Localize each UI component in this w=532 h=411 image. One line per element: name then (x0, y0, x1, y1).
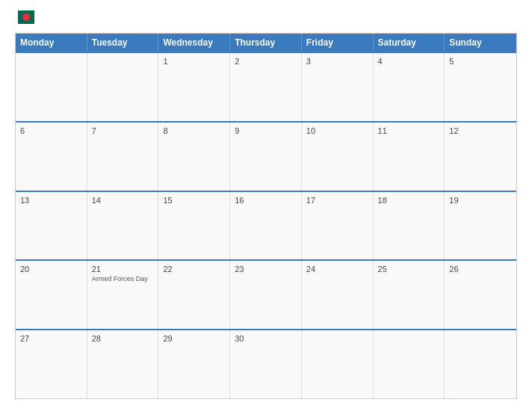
cal-cell (87, 53, 159, 121)
cal-cell: 21Armed Forces Day (87, 261, 159, 329)
week-row-4: 2021Armed Forces Day2223242526 (16, 259, 516, 329)
day-header-wednesday: Wednesday (158, 34, 230, 52)
day-number: 8 (163, 126, 225, 135)
cal-cell: 4 (374, 53, 445, 121)
cal-cell (374, 330, 445, 398)
day-number: 12 (449, 126, 512, 135)
day-number: 30 (235, 334, 297, 343)
day-number: 7 (92, 126, 154, 135)
day-number: 3 (306, 57, 368, 66)
week-row-2: 6789101112 (16, 121, 516, 191)
cal-cell: 25 (374, 261, 445, 329)
day-header-saturday: Saturday (374, 34, 445, 52)
cal-cell: 7 (87, 123, 159, 191)
week-row-1: 12345 (16, 52, 516, 121)
day-number: 25 (378, 265, 440, 274)
day-number: 11 (378, 126, 440, 135)
week-row-3: 13141516171819 (16, 191, 516, 260)
cal-cell: 17 (302, 192, 374, 260)
week-row-5: 27282930 (16, 329, 516, 398)
cal-cell: 28 (87, 330, 159, 398)
day-header-friday: Friday (302, 34, 374, 52)
cal-cell: 26 (445, 261, 516, 329)
cal-cell: 2 (230, 53, 302, 121)
day-number: 13 (20, 196, 82, 205)
day-number: 28 (92, 334, 154, 343)
day-number: 14 (92, 196, 154, 205)
calendar-body: 123456789101112131415161718192021Armed F… (16, 52, 516, 398)
day-number: 15 (163, 196, 225, 205)
cal-cell: 9 (230, 123, 302, 191)
cal-cell: 6 (16, 123, 87, 191)
cal-cell: 8 (158, 123, 230, 191)
day-number: 23 (235, 265, 297, 274)
day-header-monday: Monday (16, 34, 87, 52)
day-number: 26 (449, 265, 512, 274)
holiday-label: Armed Forces Day (92, 275, 154, 283)
cal-cell (302, 330, 374, 398)
cal-cell: 3 (302, 53, 374, 121)
calendar: MondayTuesdayWednesdayThursdayFridaySatu… (15, 33, 517, 399)
day-number: 19 (449, 196, 512, 205)
cal-cell: 29 (158, 330, 230, 398)
day-header-thursday: Thursday (230, 34, 302, 52)
day-number: 22 (163, 265, 225, 274)
day-number: 10 (306, 126, 368, 135)
calendar-header (15, 12, 517, 25)
day-header-tuesday: Tuesday (87, 34, 159, 52)
day-number: 21 (92, 265, 154, 274)
day-number: 6 (20, 126, 82, 135)
day-number: 5 (449, 57, 512, 66)
cal-cell: 23 (230, 261, 302, 329)
day-number: 18 (378, 196, 440, 205)
day-number: 4 (378, 57, 440, 66)
day-number: 20 (20, 265, 82, 274)
cal-cell: 14 (87, 192, 159, 260)
cal-cell (445, 330, 516, 398)
day-header-sunday: Sunday (445, 34, 516, 52)
day-number: 24 (306, 265, 368, 274)
cal-cell: 18 (374, 192, 445, 260)
day-number: 1 (163, 57, 225, 66)
cal-cell: 15 (158, 192, 230, 260)
cal-cell: 22 (158, 261, 230, 329)
cal-cell: 16 (230, 192, 302, 260)
day-number: 16 (235, 196, 297, 205)
cal-cell: 24 (302, 261, 374, 329)
svg-point-1 (22, 13, 30, 21)
cal-cell: 11 (374, 123, 445, 191)
cal-cell: 19 (445, 192, 516, 260)
calendar-header-row: MondayTuesdayWednesdayThursdayFridaySatu… (16, 34, 516, 52)
cal-cell: 12 (445, 123, 516, 191)
day-number: 29 (163, 334, 225, 343)
cal-cell: 1 (158, 53, 230, 121)
cal-cell: 30 (230, 330, 302, 398)
cal-cell (16, 53, 87, 121)
cal-cell: 27 (16, 330, 87, 398)
day-number: 17 (306, 196, 368, 205)
cal-cell: 13 (16, 192, 87, 260)
cal-cell: 10 (302, 123, 374, 191)
logo-flag-icon (18, 10, 34, 24)
logo (15, 12, 34, 25)
day-number: 9 (235, 126, 297, 135)
day-number: 2 (235, 57, 297, 66)
day-number: 27 (20, 334, 82, 343)
cal-cell: 5 (445, 53, 516, 121)
cal-cell: 20 (16, 261, 87, 329)
